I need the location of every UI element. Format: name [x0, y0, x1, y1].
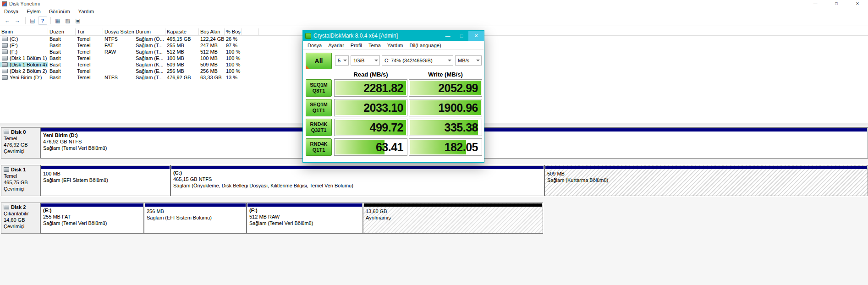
disk-icon	[4, 167, 9, 172]
menu-yardim[interactable]: Yardım	[74, 9, 99, 14]
volume-name: (Disk 2 Bölüm 2)	[10, 68, 47, 74]
list-view-icon[interactable]: ▦	[53, 16, 62, 25]
toolbar: ← → ▤ ? ▦ ▨ ▣	[0, 15, 868, 26]
rnd4k-q1t1-write-bar: 182.05	[409, 138, 482, 156]
disk-icon	[4, 205, 9, 209]
partition-stripe	[545, 166, 867, 169]
cdm-menu-ayarlar[interactable]: Ayarlar	[325, 43, 347, 48]
column-header-dosya-sistemi[interactable]: Dosya Sistemi	[103, 28, 134, 35]
column-header-kapasite[interactable]: Kapasite	[165, 28, 199, 35]
help-icon[interactable]: ?	[38, 16, 47, 25]
chevron-down-icon	[374, 60, 378, 63]
seq1m-q8t1-read-bar: 2281.82	[334, 79, 407, 97]
forward-icon[interactable]: →	[13, 16, 22, 25]
all-test-button[interactable]: All	[306, 53, 332, 69]
volume-icon	[2, 43, 8, 48]
cdm-menu-tema[interactable]: Tema	[365, 43, 384, 48]
disk-header[interactable]: Disk 0 Temel 476,92 GB Çevrimiçi	[1, 127, 40, 159]
properties-icon[interactable]: ▣	[73, 16, 82, 25]
column-header-duzen[interactable]: Düzen	[48, 28, 76, 35]
seq1m-q8t1-button[interactable]: SEQ1M Q8T1	[306, 79, 332, 97]
column-header-bos-alan[interactable]: Boş Alan	[199, 28, 225, 35]
seq1m-q1t1-read-bar: 2033.10	[334, 99, 407, 116]
column-header-tur[interactable]: Tür	[76, 28, 103, 35]
write-value: 335.38	[445, 119, 478, 136]
maximize-icon[interactable]: □	[826, 0, 847, 7]
partition[interactable]: 100 MB Sağlam (EFI Sistem Bölümü)	[40, 165, 170, 196]
column-header-yuzde-bos[interactable]: % Boş	[225, 28, 242, 35]
volume-icon	[2, 75, 8, 80]
seq1m-q1t1-write-bar: 1900.96	[409, 99, 482, 116]
partition[interactable]: (C:) 465,15 GB NTFS Sağlam (Önyükleme, D…	[170, 165, 544, 196]
minimize-icon[interactable]: —	[805, 0, 826, 7]
disk-header[interactable]: Disk 2 Çıkarılabilir 14,60 GB Çevrimiçi	[1, 203, 40, 234]
partition-unallocated[interactable]: 13,60 GB Ayrılmamış	[363, 203, 543, 234]
volume-name: (Disk 1 Bölüm 1)	[10, 55, 47, 61]
read-value: 2281.82	[363, 80, 403, 96]
console-tree-icon[interactable]: ▤	[28, 16, 37, 25]
volume-icon	[2, 69, 8, 73]
test-count-select[interactable]: 5	[335, 55, 349, 66]
volume-name: Yeni Birim (D:)	[10, 75, 42, 80]
rnd4k-q32t1-write-bar: 335.38	[409, 119, 482, 136]
all-button-accent	[306, 65, 310, 69]
back-icon[interactable]: ←	[3, 16, 12, 25]
cdm-close-icon[interactable]: ✕	[468, 31, 484, 41]
disk-icon	[4, 130, 9, 134]
volume-name: (F:)	[10, 49, 17, 55]
unallocated-stripe	[364, 203, 542, 207]
rnd4k-q32t1-button[interactable]: RND4K Q32T1	[306, 119, 332, 136]
close-icon[interactable]: ✕	[847, 0, 868, 7]
volume-icon	[2, 62, 8, 67]
cdm-minimize-icon[interactable]: —	[441, 31, 455, 41]
volume-icon	[2, 49, 8, 54]
partition-stripe	[247, 203, 362, 207]
partition[interactable]: (F:) 512 MB RAW Sağlam (Temel Veri Bölüm…	[247, 203, 363, 234]
partition[interactable]: 256 MB Sağlam (EFI Sistem Bölümü)	[144, 203, 247, 234]
volume-name: (C:)	[10, 36, 18, 42]
volume-icon	[2, 37, 8, 41]
test-size-select[interactable]: 1GiB	[351, 55, 380, 66]
volume-icon	[2, 56, 8, 60]
column-header-birim[interactable]: Birim	[0, 28, 48, 35]
cdm-title-bar[interactable]: CrystalDiskMark 8.0.4 x64 [Admin] — □ ✕	[303, 31, 484, 41]
volume-name: (Disk 1 Bölüm 4)	[10, 62, 47, 67]
rnd4k-q1t1-button[interactable]: RND4K Q1T1	[306, 138, 332, 156]
partition-recovery[interactable]: 509 MB Sağlam (Kurtarma Bölümü)	[544, 165, 868, 196]
partition-stripe	[41, 166, 170, 169]
cdm-maximize-icon[interactable]: □	[455, 31, 468, 41]
disk-header[interactable]: Disk 1 Temel 465,75 GB Çevrimiçi	[1, 165, 40, 196]
disk-row-1: Disk 1 Temel 465,75 GB Çevrimiçi 100 MB …	[1, 165, 868, 196]
menu-bar: Dosya Eylem Görünüm Yardım	[0, 7, 868, 15]
window-title: Disk Yönetimi	[9, 1, 40, 6]
cdm-menu-yardim[interactable]: Yardım	[384, 43, 407, 48]
read-value: 499.72	[370, 119, 403, 136]
menu-dosya[interactable]: Dosya	[0, 9, 22, 14]
cdm-menu-dosya[interactable]: Dosya	[304, 43, 325, 48]
chevron-down-icon	[476, 60, 480, 63]
column-header-durum[interactable]: Durum	[134, 28, 165, 35]
graphical-view-icon[interactable]: ▨	[63, 16, 72, 25]
cdm-menu-profil[interactable]: Profil	[347, 43, 365, 48]
volume-name: (E:)	[10, 43, 18, 48]
write-column-header: Write (MB/s)	[409, 71, 482, 78]
partition-stripe	[41, 203, 143, 207]
disk-management-app-icon	[2, 1, 7, 6]
cdm-menu-bar: Dosya Ayarlar Profil Tema Yardım Dil(Lan…	[303, 41, 484, 50]
toolbar-separator	[50, 17, 51, 24]
unit-select[interactable]: MB/s	[455, 55, 482, 66]
menu-eylem[interactable]: Eylem	[22, 9, 45, 14]
write-value: 182.05	[445, 139, 478, 155]
seq1m-q1t1-button[interactable]: SEQ1M Q1T1	[306, 99, 332, 116]
cdm-menu-dil[interactable]: Dil(Language)	[406, 43, 444, 48]
target-drive-select[interactable]: C: 74% (342/465GiB)	[382, 55, 453, 66]
write-value: 1900.96	[438, 99, 478, 116]
read-value: 63.41	[376, 139, 403, 155]
write-value: 2052.99	[438, 80, 478, 96]
title-bar: Disk Yönetimi — □ ✕	[0, 0, 868, 7]
partition[interactable]: (E:) 255 MB FAT Sağlam (Temel Veri Bölüm…	[40, 203, 144, 234]
menu-gorunum[interactable]: Görünüm	[45, 9, 74, 14]
crystaldiskmark-app-icon	[305, 33, 311, 39]
partition-stripe	[145, 203, 246, 207]
cdm-window-title: CrystalDiskMark 8.0.4 x64 [Admin]	[313, 33, 398, 39]
